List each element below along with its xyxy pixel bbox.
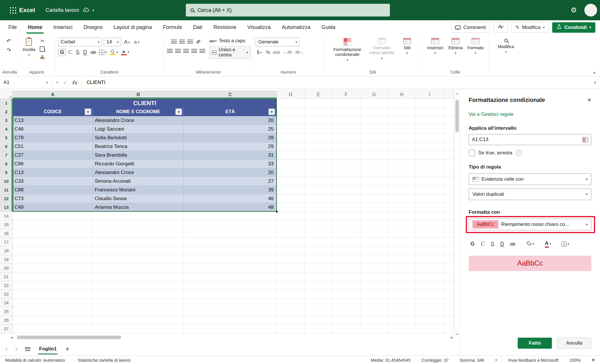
editing-mode-button[interactable]: ✎ Modifica ▾ [511, 22, 549, 33]
cell[interactable] [388, 116, 416, 125]
cell[interactable] [332, 229, 360, 238]
align-right-button[interactable] [182, 47, 190, 54]
cell[interactable] [416, 238, 444, 246]
italic-button[interactable]: C [479, 240, 486, 248]
editing-button[interactable]: Modifica ▾ [494, 37, 518, 69]
cell[interactable] [416, 186, 444, 194]
tab-visualizza[interactable]: Visualizza [242, 20, 276, 34]
cell[interactable] [305, 316, 332, 325]
strikethrough-button[interactable]: ab [508, 241, 517, 248]
orientation-button[interactable]: ab [194, 38, 202, 45]
scroll-up-arrow[interactable]: ▲ [456, 92, 459, 95]
cell[interactable] [305, 299, 332, 307]
cell[interactable] [277, 238, 305, 246]
table-cell[interactable]: 33 [184, 160, 277, 168]
cell[interactable] [360, 255, 388, 264]
table-cell[interactable]: 31 [184, 151, 277, 160]
cell[interactable] [305, 272, 332, 281]
feedback-link[interactable]: Invia feedback a Microsoft [508, 358, 558, 363]
cell[interactable] [332, 290, 360, 299]
table-cell[interactable]: Simona Arconati [93, 177, 184, 186]
column-header-E[interactable]: E [305, 91, 332, 99]
row-header-2[interactable]: 2 [0, 107, 13, 116]
cell[interactable] [360, 194, 388, 203]
cell[interactable] [332, 281, 360, 290]
horizontal-scroll-thumb[interactable] [17, 336, 121, 339]
cell[interactable] [360, 203, 388, 212]
share-button[interactable]: Condividi ▾ [552, 22, 595, 33]
cell[interactable] [277, 316, 305, 325]
strikethrough-button[interactable]: ab [89, 49, 97, 56]
cell[interactable] [305, 229, 332, 238]
rule-value-dropdown[interactable]: Valori duplicati ▾ [469, 189, 591, 200]
cell[interactable] [277, 116, 305, 125]
tab-disegno[interactable]: Disegno [78, 20, 108, 34]
row-header-13[interactable]: 13 [0, 203, 13, 212]
redo-button[interactable]: ↷ [5, 46, 13, 54]
column-header-G[interactable]: G [360, 91, 388, 99]
column-header-F[interactable]: F [332, 91, 360, 99]
row-header-17[interactable]: 17 [0, 238, 13, 246]
cell[interactable] [416, 255, 444, 264]
cell[interactable] [184, 325, 277, 333]
rule-type-dropdown[interactable]: Evidenzia celle con ▾ [469, 173, 591, 185]
scroll-right-arrow[interactable]: ▶ [451, 336, 453, 339]
cell[interactable] [93, 220, 184, 229]
table-cell[interactable]: Francesco Moriani [93, 186, 184, 194]
cell[interactable] [360, 133, 388, 142]
table-cell[interactable]: Alessandro Croce [93, 116, 184, 125]
row-header-26[interactable]: 26 [0, 316, 13, 325]
filter-button[interactable]: ▾ [175, 109, 182, 115]
cell[interactable] [277, 203, 305, 212]
cell[interactable] [360, 160, 388, 168]
horizontal-scroll-track[interactable] [14, 335, 450, 339]
table-cell[interactable]: C13 [13, 116, 93, 125]
cell[interactable] [93, 264, 184, 272]
row-header-10[interactable]: 10 [0, 177, 13, 186]
column-header-H[interactable]: H [388, 91, 416, 99]
cell[interactable] [277, 246, 305, 255]
cell[interactable] [444, 125, 454, 133]
cell[interactable] [184, 229, 277, 238]
table-cell[interactable]: 46 [184, 194, 277, 203]
cell[interactable] [277, 290, 305, 299]
row-header-12[interactable]: 12 [0, 194, 13, 203]
cell[interactable] [277, 160, 305, 168]
cell[interactable] [277, 142, 305, 151]
cell[interactable] [416, 212, 444, 220]
cell[interactable] [332, 212, 360, 220]
row-header-9[interactable]: 9 [0, 168, 13, 177]
cell[interactable] [416, 281, 444, 290]
cell[interactable] [13, 281, 93, 290]
row-header-23[interactable]: 23 [0, 290, 13, 299]
cell[interactable] [416, 116, 444, 125]
cell[interactable] [360, 212, 388, 220]
cell[interactable] [416, 203, 444, 212]
cell[interactable] [360, 186, 388, 194]
cell[interactable] [13, 238, 93, 246]
cell[interactable] [184, 255, 277, 264]
column-header-D[interactable]: D [277, 91, 305, 99]
cell[interactable] [184, 272, 277, 281]
status-average[interactable]: Media: 31,45454545 [371, 358, 410, 363]
cell[interactable] [13, 246, 93, 255]
font-color-button[interactable]: A ▾ [120, 49, 130, 56]
cell[interactable] [388, 281, 416, 290]
comma-format-button[interactable]: 000 [273, 50, 280, 55]
cell[interactable] [305, 116, 332, 125]
table-header-cell[interactable]: CODICE▾ [13, 107, 93, 116]
tab-layout-di-pagina[interactable]: Layout di pagina [108, 20, 157, 34]
cell[interactable] [332, 160, 360, 168]
cell[interactable] [388, 246, 416, 255]
cell[interactable] [332, 238, 360, 246]
table-cell[interactable]: 27 [184, 177, 277, 186]
filter-button[interactable]: ▾ [268, 109, 275, 115]
cell[interactable] [360, 220, 388, 229]
cell[interactable] [184, 290, 277, 299]
cell[interactable] [360, 99, 388, 107]
cell[interactable] [360, 168, 388, 177]
formula-bar-value[interactable]: CLIENTI [87, 80, 106, 85]
row-header-27[interactable]: 27 [0, 325, 13, 333]
row-header-21[interactable]: 21 [0, 272, 13, 281]
cell[interactable] [444, 272, 454, 281]
